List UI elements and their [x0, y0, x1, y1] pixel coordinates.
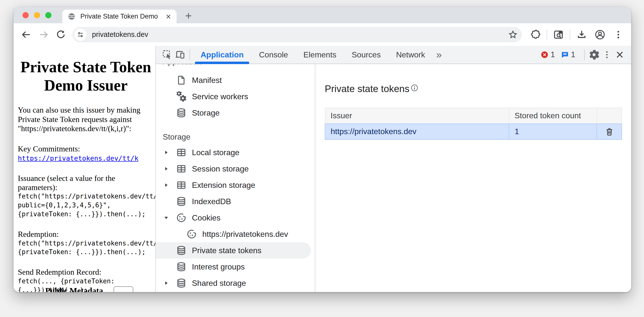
minimize-window-button[interactable] — [34, 12, 40, 18]
reload-icon — [56, 29, 66, 40]
sidebar-item-private-state-tokens[interactable]: Private state tokens — [156, 242, 311, 259]
tokens-table: Issuer Stored token count https://privat… — [325, 108, 622, 140]
table-icon — [176, 180, 186, 190]
device-toolbar-button[interactable] — [174, 48, 186, 61]
back-arrow-icon — [21, 29, 32, 40]
sidebar-section-application: Application — [156, 64, 315, 69]
toolbar-divider — [570, 30, 570, 40]
table-icon — [176, 147, 186, 158]
bookmark-star-icon[interactable] — [508, 30, 518, 40]
devtools-tab-elements[interactable]: Elements — [296, 46, 344, 64]
sidebar-item-cookies[interactable]: Cookies — [156, 210, 315, 226]
selected-tab-underline — [195, 62, 249, 64]
database-icon — [176, 278, 186, 288]
puzzle-icon — [530, 29, 540, 40]
service-workers-icon — [176, 91, 186, 102]
tab-search-icon — [553, 29, 564, 40]
database-icon — [176, 245, 186, 256]
devtools-panel: Application Console Elements Sources Net… — [155, 46, 631, 292]
issuance-code: fetch("https://privatetokens.dev/tt/i pu… — [18, 192, 155, 219]
redemption-block: Redemption: fetch("https://privatetokens… — [18, 230, 155, 257]
key-commitments-label: Key Commitments: — [18, 144, 80, 153]
browser-menu-button[interactable] — [612, 29, 624, 41]
inspect-cursor-icon — [162, 49, 172, 60]
column-header-stored-token-count[interactable]: Stored token count — [509, 108, 597, 124]
issuance-label: Issuance (select a value for the paramet… — [18, 174, 115, 192]
expand-arrow-icon[interactable] — [163, 166, 176, 172]
sidebar-item-cookies-origin[interactable]: https://privatetokens.dev — [156, 226, 315, 242]
browser-window: Private State Token Demo — [14, 7, 631, 292]
device-toolbar-icon — [174, 49, 186, 60]
devtools-toolbar: Application Console Elements Sources Net… — [156, 46, 631, 64]
send-rr-label: Send Redemption Record: — [18, 267, 102, 276]
key-commitments-block: Key Commitments: https://privatetokens.d… — [18, 144, 155, 163]
database-icon — [176, 261, 186, 272]
expand-arrow-icon[interactable] — [163, 280, 176, 286]
sidebar-item-extension-storage[interactable]: Extension storage — [156, 177, 315, 193]
tab-search-button[interactable] — [552, 29, 564, 41]
sidebar-item-storage[interactable]: Storage — [156, 105, 315, 121]
stored-token-count-cell[interactable]: 1 — [509, 124, 597, 140]
forward-button[interactable] — [38, 29, 49, 40]
sidebar-item-shared-storage[interactable]: Shared storage — [156, 275, 315, 291]
column-header-issuer[interactable]: Issuer — [325, 108, 509, 124]
globe-favicon-icon — [68, 13, 76, 20]
devtools-tab-network[interactable]: Network — [388, 46, 432, 64]
error-icon — [540, 51, 548, 59]
delete-cell[interactable] — [597, 124, 622, 140]
key-commitments-link[interactable]: https://privatetokens.dev/tt/k — [18, 154, 138, 162]
plus-icon — [184, 11, 193, 20]
site-settings-button[interactable] — [74, 29, 86, 41]
sidebar-item-local-storage[interactable]: Local storage — [156, 144, 315, 161]
devtools-menu-button[interactable] — [600, 48, 613, 61]
devtools-tab-sources[interactable]: Sources — [344, 46, 388, 64]
tune-icon — [77, 31, 84, 38]
database-icon — [176, 196, 186, 207]
devtools-tab-console[interactable]: Console — [251, 46, 296, 64]
profile-button[interactable] — [594, 29, 606, 41]
sidebar-item-manifest[interactable]: Manifest — [156, 72, 315, 88]
table-row[interactable]: https://privatetokens.dev 1 — [325, 124, 622, 140]
issues-badge[interactable]: 1 — [561, 50, 575, 59]
close-window-button[interactable] — [22, 12, 29, 18]
sidebar-item-indexeddb[interactable]: IndexedDB — [156, 193, 315, 210]
downloads-button[interactable] — [576, 29, 588, 41]
devtools-tabs: Application Console Elements Sources Net… — [193, 46, 433, 64]
trash-icon[interactable] — [605, 127, 614, 136]
browser-tab[interactable]: Private State Token Demo — [62, 10, 176, 23]
application-sidebar: Application Manifest — [156, 64, 315, 292]
tab-close-icon[interactable] — [165, 13, 172, 20]
forward-arrow-icon — [38, 29, 49, 40]
issuer-cell[interactable]: https://privatetokens.dev — [325, 124, 509, 140]
sidebar-item-service-workers[interactable]: Service workers — [156, 88, 315, 105]
fullscreen-window-button[interactable] — [45, 12, 52, 18]
traffic-lights — [22, 12, 52, 18]
profile-avatar-icon — [594, 29, 606, 40]
new-tab-button[interactable] — [183, 11, 194, 21]
back-button[interactable] — [20, 29, 32, 40]
private-state-tokens-pane: Private state tokens Issuer Stored — [315, 64, 631, 292]
sidebar-item-interest-groups[interactable]: Interest groups — [156, 259, 315, 275]
reload-button[interactable] — [55, 29, 66, 40]
page-title: Private State TokenDemo Issuer — [18, 58, 154, 95]
window-content: Private State TokenDemo Issuer You can a… — [14, 46, 631, 292]
devtools-settings-button[interactable] — [588, 48, 600, 61]
public-metadata-label: Public Metadata — [45, 286, 103, 292]
devtools-body: Application Manifest — [156, 64, 631, 292]
more-tabs-button[interactable]: » — [433, 49, 445, 60]
info-icon[interactable] — [410, 84, 418, 92]
public-metadata-select[interactable] — [114, 286, 133, 292]
devtools-tab-application[interactable]: Application — [193, 46, 251, 64]
url-text[interactable]: privatetokens.dev — [92, 31, 508, 39]
devtools-close-button[interactable] — [613, 48, 626, 61]
sidebar-item-session-storage[interactable]: Session storage — [156, 161, 315, 177]
expand-arrow-icon[interactable] — [163, 182, 176, 188]
inspect-element-button[interactable] — [161, 48, 174, 61]
collapse-arrow-icon[interactable] — [163, 215, 176, 221]
expand-arrow-icon[interactable] — [163, 149, 176, 155]
extensions-button[interactable] — [529, 29, 541, 41]
address-bar[interactable]: privatetokens.dev — [72, 27, 522, 42]
devtools-toolbar-right: 1 1 — [540, 48, 626, 61]
close-icon — [615, 50, 625, 60]
console-errors-badge[interactable]: 1 — [540, 50, 555, 59]
